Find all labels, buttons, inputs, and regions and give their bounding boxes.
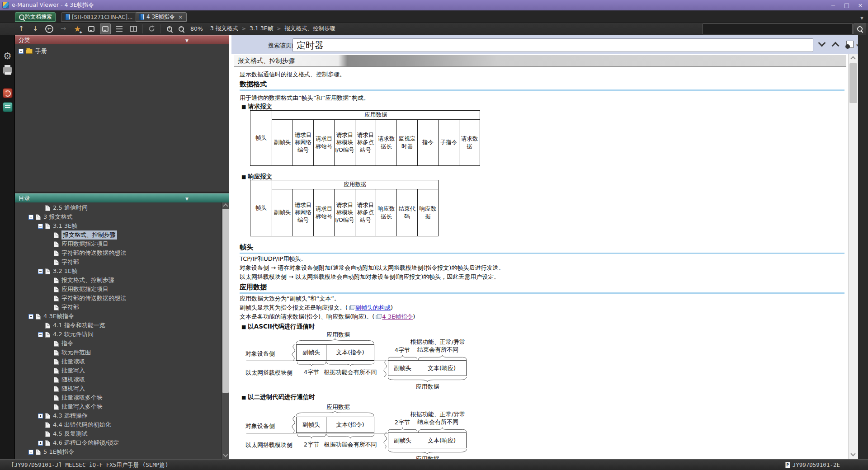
toc-item[interactable]: 批量写入: [15, 366, 222, 375]
toolbar-search-input[interactable]: [703, 24, 853, 34]
toc-item[interactable]: 批量写入多个块: [15, 402, 222, 411]
collapse-icon[interactable]: [28, 215, 33, 220]
toc-item[interactable]: 报文格式、控制步骤: [15, 276, 222, 285]
toc-item[interactable]: 4 3E帧指令: [15, 312, 222, 321]
toc-item[interactable]: 报文格式、控制步骤: [15, 230, 222, 240]
collapse-icon[interactable]: [38, 332, 43, 337]
list-icon: [116, 26, 123, 27]
find-previous-button[interactable]: [833, 43, 838, 50]
toc-item[interactable]: 软元件范围: [15, 348, 222, 357]
page-icon: [45, 431, 50, 437]
expand-icon[interactable]: [38, 414, 43, 418]
toc-item[interactable]: 4.6 远程口令的解锁/锁定: [15, 438, 222, 447]
tab-document-2-active[interactable]: 4 3E帧指令 ×: [136, 12, 187, 22]
tab-document-1[interactable]: [SH-081271CHN-AC]... ×: [61, 12, 144, 22]
scroll-up-icon[interactable]: [850, 56, 855, 61]
toc-item[interactable]: 4.4 出错代码的初始化: [15, 420, 222, 429]
print-button[interactable]: [2, 64, 13, 75]
scroll-up-icon[interactable]: [223, 203, 228, 208]
toc-item[interactable]: 随机写入: [15, 384, 222, 393]
col-header: 请求数据长: [376, 120, 397, 166]
find-next-button[interactable]: [819, 40, 825, 47]
toc-item[interactable]: 4.3 远程操作: [15, 411, 222, 420]
toc-item[interactable]: 4.2 软元件访问: [15, 330, 222, 339]
scroll-down-icon[interactable]: [850, 451, 855, 456]
toc-scrollbar[interactable]: [222, 202, 229, 459]
panel-collapse-icon[interactable]: ▼: [185, 197, 189, 201]
squiggle-icon: [382, 360, 388, 377]
tab-close-icon[interactable]: ×: [178, 14, 183, 20]
manual-number-status[interactable]: JY997D59101-2E: [793, 461, 840, 468]
col-header: 结束代码: [397, 189, 418, 236]
collapse-icon[interactable]: [28, 450, 33, 455]
close-button[interactable]: ×: [854, 0, 867, 10]
toc-item[interactable]: 5 1E帧指令: [15, 447, 222, 456]
toc-item[interactable]: 批量读取多个块: [15, 393, 222, 402]
toc-item[interactable]: 3.2 1E帧: [15, 267, 222, 276]
breadcrumb-link[interactable]: 3 报文格式: [210, 25, 238, 33]
document-scrollbar[interactable]: [848, 54, 858, 459]
app-logo-icon: [2, 2, 9, 9]
settings-button[interactable]: ⚙: [2, 51, 13, 61]
maximize-button[interactable]: □: [840, 0, 854, 10]
toc-item[interactable]: 批量读取: [15, 357, 222, 366]
forward-button[interactable]: →: [58, 24, 69, 34]
toc-item[interactable]: 应用数据指定项目: [15, 285, 222, 294]
nav-up-button[interactable]: ↑: [16, 24, 27, 34]
expand-icon[interactable]: [38, 441, 43, 446]
add-note-button[interactable]: [86, 24, 97, 34]
app-shortcut-red[interactable]: [2, 88, 13, 98]
category-panel-header[interactable]: 分类 ▼: [15, 35, 229, 44]
toc-item[interactable]: 4.1 指令和功能一览: [15, 321, 222, 330]
expand-icon[interactable]: [19, 49, 24, 54]
breadcrumb-link[interactable]: 3.1 3E帧: [250, 25, 273, 33]
zoom-out-button[interactable]: −: [176, 24, 187, 34]
page-search-input[interactable]: [292, 38, 813, 52]
toc-item[interactable]: 字符部的传送数据的想法: [15, 249, 222, 258]
collapse-icon[interactable]: [38, 269, 43, 274]
note-list-button[interactable]: [114, 24, 125, 34]
zoom-level[interactable]: 80%: [190, 25, 203, 32]
page-icon: [45, 440, 50, 446]
toc-item[interactable]: 应用数据指定项目: [15, 240, 222, 249]
scrollbar-thumb[interactable]: [849, 63, 857, 103]
refresh-button[interactable]: [146, 24, 157, 34]
toc-panel-header[interactable]: 目录 ▼: [15, 193, 229, 202]
note-icon: [88, 26, 94, 32]
toc-item[interactable]: 2.5 通信时间: [15, 203, 222, 212]
category-item-manual[interactable]: 手册: [19, 47, 47, 55]
tab-list-dropdown-icon[interactable]: ▼: [860, 16, 863, 20]
collapse-icon[interactable]: [28, 314, 33, 319]
brace-icon: [296, 411, 374, 416]
breadcrumb-link[interactable]: 报文格式、控制步骤: [284, 25, 335, 33]
panel-collapse-icon[interactable]: ▼: [185, 38, 189, 43]
toc-item[interactable]: 随机读取: [15, 375, 222, 384]
nav-down-button[interactable]: ↓: [30, 24, 41, 34]
highlight-all-button[interactable]: [846, 41, 854, 48]
zoom-in-button[interactable]: +: [164, 24, 175, 34]
tab-cross-document-search[interactable]: 跨文档搜索: [15, 12, 56, 22]
toolbar-search-button[interactable]: [854, 24, 866, 34]
layout-button[interactable]: [128, 24, 139, 34]
back-button[interactable]: ←: [44, 24, 55, 34]
toc-item[interactable]: 4.5 反复测试: [15, 429, 222, 438]
subheader-structure-link[interactable]: 副帧头的构成: [355, 304, 391, 311]
add-favorite-button[interactable]: ★+: [72, 24, 83, 34]
toc-item[interactable]: 指令: [15, 339, 222, 348]
collapse-icon[interactable]: [38, 224, 43, 229]
toc-item[interactable]: 字符部: [15, 258, 222, 267]
page-icon: [54, 250, 59, 256]
brace-icon: [296, 338, 374, 343]
scroll-down-icon[interactable]: [223, 452, 228, 457]
toc-item[interactable]: 3 报文格式: [15, 212, 222, 221]
toc-item[interactable]: 3.1 3E帧: [15, 221, 222, 230]
toc-item[interactable]: 字符部的传送数据的想法: [15, 294, 222, 303]
frame-commands-link[interactable]: 4 3E帧指令: [382, 313, 413, 320]
show-notes-button[interactable]: [100, 24, 111, 34]
app-shortcut-teal[interactable]: [2, 102, 13, 112]
scrollbar-thumb[interactable]: [222, 209, 229, 393]
request-message-heading: 请求报文: [241, 103, 272, 111]
brace-icon: [326, 434, 374, 438]
minimize-button[interactable]: ─: [826, 0, 840, 10]
toc-item[interactable]: 字符部: [15, 303, 222, 312]
